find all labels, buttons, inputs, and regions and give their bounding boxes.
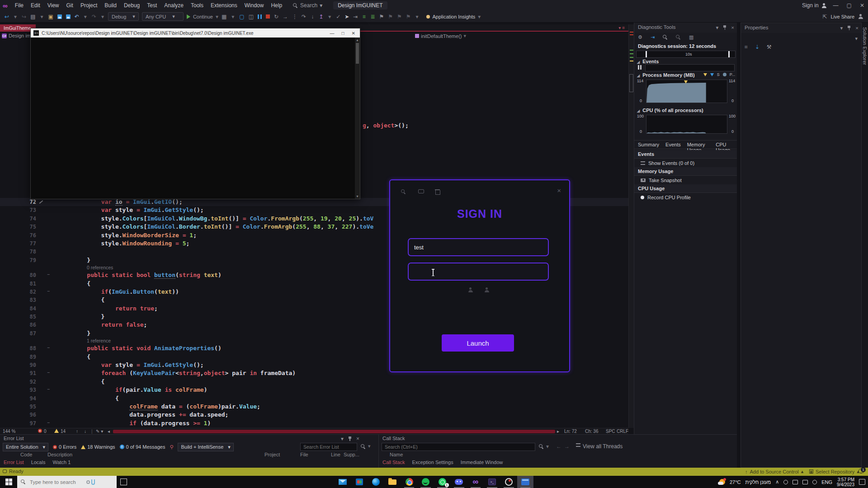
menu-test[interactable]: Test bbox=[143, 1, 160, 9]
timeline-handle-left[interactable] bbox=[646, 51, 647, 57]
password-field[interactable] bbox=[408, 263, 549, 281]
zoom-out-icon[interactable] bbox=[676, 35, 681, 40]
close-icon[interactable]: × bbox=[855, 25, 859, 31]
chevron-down-icon[interactable]: ▾ bbox=[855, 36, 858, 42]
tab-exception-settings[interactable]: Exception Settings bbox=[412, 460, 453, 465]
application-insights-button[interactable]: Application Insights ▾ bbox=[426, 14, 481, 20]
fold-marker-icon[interactable]: − bbox=[47, 345, 50, 350]
categorize-icon[interactable]: ⌗ bbox=[745, 44, 748, 50]
cpu-section-label[interactable]: ◢ CPU (% of all processors) bbox=[637, 108, 703, 113]
redo-icon[interactable]: ↷ bbox=[92, 14, 96, 20]
console-window[interactable]: C:\ C:\Users\NU\source\repos\Design imGU… bbox=[30, 28, 360, 199]
properties-header[interactable]: Properties ▾ × bbox=[741, 23, 861, 33]
chevron-down-icon[interactable]: ▾ bbox=[341, 436, 344, 442]
bookmark-next-icon[interactable]: ⚑ bbox=[397, 14, 402, 20]
app-sign-in-window[interactable]: × SIGN IN Launch bbox=[389, 179, 570, 372]
sign-in-button[interactable]: Sign in bbox=[802, 2, 827, 9]
console-title-bar[interactable]: C:\ C:\Users\NU\source\repos\Design imGU… bbox=[31, 28, 360, 38]
taskbar-search-box[interactable] bbox=[17, 476, 117, 488]
taskbar-app-explorer[interactable] bbox=[384, 476, 401, 488]
menu-debug[interactable]: Debug bbox=[120, 1, 143, 9]
step-over-icon[interactable]: ↷ bbox=[302, 14, 306, 20]
dropdown-icon[interactable]: ▾ bbox=[231, 14, 235, 20]
tray-app-icon[interactable] bbox=[783, 480, 788, 484]
live-share-button[interactable]: ⇱ Live Share bbox=[822, 14, 863, 20]
call-stack-search-input[interactable] bbox=[382, 443, 535, 451]
menu-file[interactable]: File bbox=[11, 1, 27, 9]
close-button[interactable]: ✕ bbox=[860, 2, 864, 9]
code-line[interactable]: 93− if(pair.Value is colFrame) bbox=[0, 386, 628, 394]
fold-marker-icon[interactable]: − bbox=[47, 370, 50, 375]
console-scrollbar[interactable]: ▲ ▼ bbox=[355, 38, 360, 199]
tab-watch-1[interactable]: Watch 1 bbox=[52, 460, 71, 465]
diag-section-item[interactable]: Show Events (0 of 0) bbox=[634, 159, 737, 167]
window-icon[interactable]: ◫ bbox=[249, 14, 254, 20]
code-line[interactable]: 97− if (data.progress >= 1) bbox=[0, 419, 628, 427]
nav-forward-icon[interactable]: → bbox=[564, 443, 570, 450]
column-supp[interactable]: Supp... bbox=[344, 452, 359, 459]
fold-marker-icon[interactable]: − bbox=[47, 272, 50, 277]
diag-section-header[interactable]: Memory Usage bbox=[634, 167, 737, 176]
list-members-icon[interactable]: ≡ bbox=[362, 14, 366, 20]
taskbar-app-app-running[interactable] bbox=[517, 476, 534, 488]
language-indicator[interactable]: ENG bbox=[821, 479, 832, 485]
minimize-button[interactable]: — bbox=[833, 2, 839, 9]
window-layout-icon[interactable]: ▦ bbox=[222, 14, 226, 20]
taskbar-app-whatsapp[interactable]: 1 bbox=[434, 476, 451, 488]
column-description[interactable]: Description bbox=[47, 452, 72, 459]
scroll-down-arrow[interactable]: ▼ bbox=[355, 195, 360, 198]
bookmark-clear-icon[interactable]: ⚑ bbox=[406, 14, 411, 20]
error-list-search-input[interactable] bbox=[300, 443, 357, 451]
dropdown-icon[interactable]: ▾ bbox=[39, 14, 44, 20]
action-center-icon[interactable] bbox=[859, 479, 865, 485]
code-line[interactable]: 95 colFrame data = (colFrame)pair.Value; bbox=[0, 403, 628, 411]
taskbar-search-input[interactable] bbox=[29, 479, 83, 485]
bookmark-prev-icon[interactable]: ⚑ bbox=[388, 14, 393, 20]
search-icon[interactable] bbox=[361, 444, 366, 449]
weather-icon[interactable] bbox=[719, 479, 725, 485]
edit-indicator-icon[interactable]: ✎ ▾ bbox=[96, 429, 103, 434]
events-section-label[interactable]: ◢ Events bbox=[637, 59, 659, 64]
restart-icon[interactable]: ↻ bbox=[274, 14, 278, 20]
fold-marker-icon[interactable]: − bbox=[47, 289, 50, 294]
tab-call-stack[interactable]: Call Stack bbox=[382, 460, 405, 465]
zoom-in-icon[interactable] bbox=[663, 35, 668, 40]
network-icon[interactable] bbox=[802, 480, 808, 484]
pin-icon[interactable] bbox=[847, 26, 851, 30]
console-maximize-button[interactable]: □ bbox=[342, 31, 344, 36]
taskbar-app-store[interactable] bbox=[351, 476, 368, 488]
card-icon[interactable] bbox=[418, 189, 424, 193]
tab-immediate-window[interactable]: Immediate Window bbox=[461, 460, 503, 465]
trash-icon[interactable] bbox=[435, 189, 439, 194]
diagnostics-timeline-ruler[interactable]: 10s bbox=[636, 51, 736, 58]
break-all-icon[interactable] bbox=[258, 14, 262, 19]
menu-project[interactable]: Project bbox=[77, 1, 101, 9]
taskbar-app-discord[interactable] bbox=[451, 476, 467, 488]
export-icon[interactable]: ⇥ bbox=[651, 34, 655, 40]
errors-filter-button[interactable]: ✕ 0 Errors bbox=[53, 444, 76, 450]
console-minimize-button[interactable]: — bbox=[330, 31, 335, 36]
start-button[interactable] bbox=[0, 476, 17, 488]
console-scroll-thumb[interactable] bbox=[356, 43, 359, 64]
scroll-left-arrow[interactable]: ◂ bbox=[108, 429, 110, 434]
diag-section-header[interactable]: Events bbox=[634, 150, 737, 159]
build-filter-dropdown[interactable]: Build + IntelliSense ▾ bbox=[178, 443, 233, 451]
property-pages-icon[interactable]: ⚒ bbox=[767, 44, 772, 50]
feedback-bubble-icon[interactable] bbox=[3, 469, 7, 473]
dropdown-icon[interactable]: ▾ bbox=[327, 14, 332, 20]
settings-gear-icon[interactable]: ⚙ bbox=[638, 34, 642, 40]
close-icon[interactable]: × bbox=[731, 25, 734, 30]
view-all-threads-button[interactable]: View all Threads bbox=[576, 443, 623, 450]
user-check-icon[interactable] bbox=[484, 287, 490, 292]
open-exe-icon[interactable]: ▢ bbox=[239, 14, 244, 20]
save-all-icon[interactable] bbox=[66, 14, 71, 19]
menu-analyze[interactable]: Analyze bbox=[160, 1, 187, 9]
tray-weather-text[interactable]: מעונן חלקית bbox=[745, 479, 771, 485]
column-line[interactable]: Line bbox=[331, 452, 340, 459]
menu-build[interactable]: Build bbox=[101, 1, 120, 9]
stop-debug-icon[interactable] bbox=[266, 14, 270, 19]
search-menu[interactable]: Search ▾ bbox=[293, 2, 322, 9]
diag-section-item[interactable]: Take Snapshot bbox=[634, 176, 737, 184]
taskbar-app-terminal[interactable]: >_ bbox=[484, 476, 500, 488]
column-name[interactable]: Name bbox=[390, 452, 403, 459]
